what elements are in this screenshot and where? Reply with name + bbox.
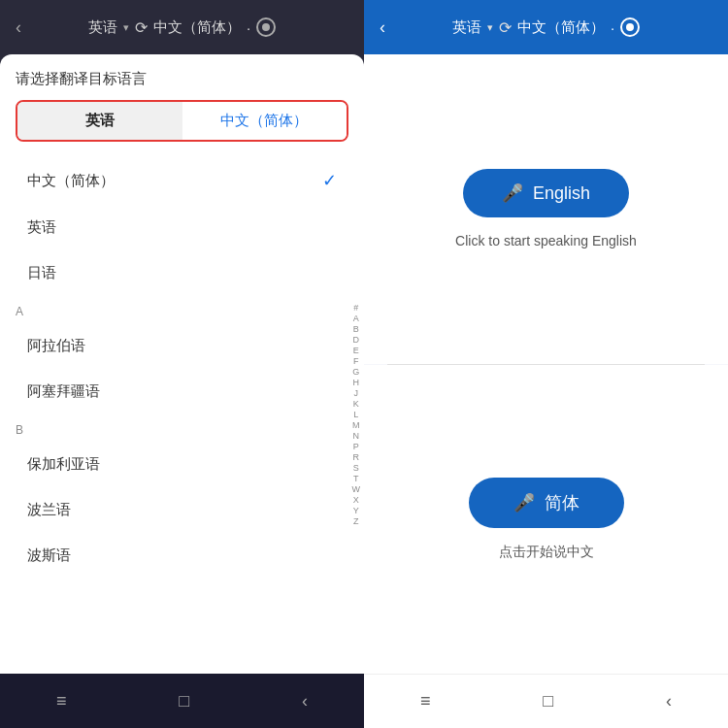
right-target-lang[interactable]: 中文（简体）	[517, 18, 605, 37]
index-k[interactable]: K	[353, 399, 359, 409]
list-item-japanese[interactable]: 日语	[12, 251, 352, 295]
english-btn-label: English	[533, 183, 590, 204]
list-item-persian[interactable]: 波斯语	[12, 534, 352, 578]
left-nav-back-icon[interactable]: ‹	[302, 691, 308, 711]
left-nav-home-icon[interactable]: □	[179, 691, 189, 711]
tab-target-language[interactable]: 中文（简体）	[182, 102, 347, 140]
index-s[interactable]: S	[353, 463, 359, 473]
index-r[interactable]: R	[353, 452, 360, 462]
right-source-lang-arrow: ▾	[487, 21, 493, 34]
index-p[interactable]: P	[353, 442, 359, 451]
right-nav-back-icon[interactable]: ‹	[666, 691, 672, 711]
right-gear-icon[interactable]	[620, 17, 640, 37]
right-refresh-icon[interactable]: ⟳	[499, 18, 512, 37]
index-w[interactable]: W	[352, 484, 361, 494]
left-nav-menu-icon[interactable]: ≡	[56, 691, 67, 711]
list-item-label: 中文（简体）	[27, 172, 115, 190]
left-panel: ‹ 英语 ▾ ⟳ 中文（简体） · 请选择翻译目标语言 英语 中文（简体） 中文…	[0, 0, 364, 728]
left-gear-icon[interactable]	[256, 17, 276, 37]
right-header-text: 英语 ▾ ⟳ 中文（简体） ·	[452, 17, 640, 37]
list-item-azerbaijani[interactable]: 阿塞拜疆语	[12, 370, 352, 414]
index-d[interactable]: D	[353, 335, 360, 345]
language-tabs: 英语 中文（简体）	[16, 100, 348, 142]
left-header-text: 英语 ▾ ⟳ 中文（简体） ·	[88, 17, 276, 37]
language-list: 中文（简体） ✓ 英语 日语 A 阿拉伯语 阿塞拜疆语 B 保加利亚语 波兰语 …	[0, 155, 364, 674]
english-voice-section: 🎤 English Click to start speaking Englis…	[364, 54, 728, 364]
left-back-button[interactable]: ‹	[16, 17, 21, 38]
index-hash[interactable]: #	[353, 303, 358, 313]
index-z[interactable]: Z	[353, 516, 359, 526]
right-panel: ‹ 英语 ▾ ⟳ 中文（简体） · 🎤 English Click to sta…	[364, 0, 728, 728]
index-g[interactable]: G	[352, 367, 359, 377]
left-header: ‹ 英语 ▾ ⟳ 中文（简体） ·	[0, 0, 364, 54]
chinese-voice-hint: 点击开始说中文	[499, 544, 594, 561]
index-b[interactable]: B	[353, 324, 359, 334]
index-x[interactable]: X	[353, 495, 359, 505]
index-a[interactable]: A	[353, 314, 359, 323]
right-header-dot: ·	[611, 19, 614, 36]
list-item-polish[interactable]: 波兰语	[12, 488, 352, 532]
dialog-title: 请选择翻译目标语言	[16, 70, 348, 88]
right-source-lang[interactable]: 英语	[452, 18, 481, 37]
chinese-mic-icon: 🎤	[513, 492, 535, 513]
index-j[interactable]: J	[354, 388, 359, 398]
right-header: ‹ 英语 ▾ ⟳ 中文（简体） ·	[364, 0, 728, 54]
index-l[interactable]: L	[353, 410, 358, 419]
right-nav-menu-icon[interactable]: ≡	[420, 691, 431, 711]
index-f[interactable]: F	[353, 356, 359, 366]
list-item-bulgarian[interactable]: 保加利亚语	[12, 443, 352, 486]
tab-source-language[interactable]: 英语	[17, 102, 182, 140]
list-item-arabic[interactable]: 阿拉伯语	[12, 324, 352, 368]
left-refresh-icon[interactable]: ⟳	[135, 18, 148, 37]
index-h[interactable]: H	[353, 378, 360, 387]
chinese-btn-label: 简体	[545, 491, 579, 514]
left-target-lang[interactable]: 中文（简体）	[153, 18, 241, 37]
list-item-chinese-simplified[interactable]: 中文（简体） ✓	[12, 157, 352, 204]
section-header-b: B	[0, 415, 364, 441]
language-select-dialog: 请选择翻译目标语言 英语 中文（简体）	[0, 54, 364, 161]
index-m[interactable]: M	[352, 420, 360, 430]
index-y[interactable]: Y	[353, 506, 359, 515]
chinese-speak-button[interactable]: 🎤 简体	[469, 478, 624, 528]
index-e[interactable]: E	[353, 346, 359, 355]
left-source-lang-arrow: ▾	[123, 21, 129, 34]
english-speak-button[interactable]: 🎤 English	[463, 169, 629, 217]
index-bar[interactable]: # A B D E F G H J K L M N P R S T W X Y …	[352, 155, 361, 674]
right-back-button[interactable]: ‹	[380, 17, 385, 38]
left-header-dot: ·	[247, 19, 250, 36]
right-bottom-nav: ≡ □ ‹	[364, 674, 728, 728]
list-item-english[interactable]: 英语	[12, 206, 352, 249]
section-header-a: A	[0, 297, 364, 322]
index-t[interactable]: T	[353, 474, 359, 483]
left-bottom-nav: ≡ □ ‹	[0, 674, 364, 728]
right-content: 🎤 English Click to start speaking Englis…	[364, 54, 728, 674]
english-voice-hint: Click to start speaking English	[455, 233, 637, 248]
chinese-voice-section: 🎤 简体 点击开始说中文	[364, 365, 728, 675]
right-nav-home-icon[interactable]: □	[543, 691, 553, 711]
left-source-lang[interactable]: 英语	[88, 18, 117, 37]
index-n[interactable]: N	[353, 431, 360, 441]
checkmark-icon: ✓	[322, 170, 337, 191]
english-mic-icon: 🎤	[502, 182, 523, 204]
